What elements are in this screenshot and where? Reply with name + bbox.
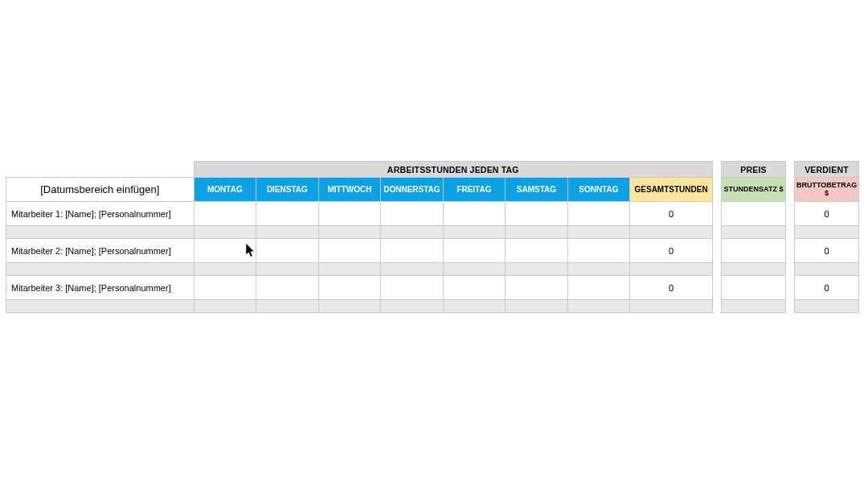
spacer-row — [795, 226, 859, 239]
hours-cell[interactable] — [194, 276, 256, 300]
gross-cell: 0 — [795, 202, 859, 226]
col-header-monday: MONTAG — [194, 178, 256, 202]
hours-cell[interactable] — [506, 202, 568, 226]
spacer-row — [795, 263, 859, 276]
hours-cell[interactable] — [443, 276, 506, 300]
gross-cell: 0 — [795, 276, 859, 300]
table-row: Mitarbeiter 3: [Name]; [Personalnummer] … — [6, 276, 713, 300]
employee-label[interactable]: Mitarbeiter 2: [Name]; [Personalnummer] — [6, 239, 194, 263]
earned-group-header: VERDIENT — [795, 162, 859, 178]
hours-cell[interactable] — [506, 239, 568, 263]
hours-table-block: ARBEITSSTUNDEN JEDEN TAG [Datumsbereich … — [6, 161, 713, 313]
hours-cell[interactable] — [318, 202, 381, 226]
rate-cell[interactable] — [722, 239, 786, 263]
gross-header: BRUTTOBETRAG $ — [795, 178, 859, 202]
price-table: PREIS STUNDENSATZ $ — [721, 161, 786, 313]
total-hours-cell: 0 — [630, 239, 713, 263]
rate-cell[interactable] — [722, 276, 786, 300]
employee-label[interactable]: Mitarbeiter 3: [Name]; [Personalnummer] — [6, 276, 194, 300]
hours-cell[interactable] — [194, 202, 256, 226]
col-header-saturday: SAMSTAG — [506, 178, 568, 202]
spacer-row — [722, 263, 786, 276]
employee-label[interactable]: Mitarbeiter 1: [Name]; [Personalnummer] — [6, 202, 194, 226]
earned-table-block: VERDIENT BRUTTOBETRAG $ 0 0 0 — [794, 161, 859, 313]
total-hours-cell: 0 — [630, 276, 713, 300]
hours-cell[interactable] — [194, 239, 256, 263]
spacer-row — [722, 300, 786, 313]
rate-cell[interactable] — [722, 202, 786, 226]
total-hours-cell: 0 — [630, 202, 713, 226]
hours-cell[interactable] — [567, 239, 630, 263]
hours-group-header: ARBEITSSTUNDEN JEDEN TAG — [194, 162, 712, 178]
rate-header: STUNDENSATZ $ — [722, 178, 786, 202]
spacer-row — [6, 300, 713, 313]
spacer-row — [722, 226, 786, 239]
date-range-cell[interactable]: [Datumsbereich einfügen] — [6, 178, 194, 202]
hours-cell[interactable] — [256, 276, 319, 300]
hours-cell[interactable] — [381, 276, 444, 300]
hours-cell[interactable] — [381, 239, 444, 263]
hours-table: ARBEITSSTUNDEN JEDEN TAG [Datumsbereich … — [6, 161, 713, 313]
earned-table: VERDIENT BRUTTOBETRAG $ 0 0 0 — [794, 161, 859, 313]
hours-cell[interactable] — [318, 239, 381, 263]
hours-cell[interactable] — [318, 276, 381, 300]
price-group-header: PREIS — [722, 162, 786, 178]
price-table-block: PREIS STUNDENSATZ $ — [721, 161, 786, 313]
spacer-row — [795, 300, 859, 313]
hours-cell[interactable] — [567, 276, 630, 300]
col-header-total: GESAMTSTUNDEN — [630, 178, 713, 202]
col-header-friday: FREITAG — [443, 178, 506, 202]
spacer-row — [6, 263, 713, 276]
hours-cell[interactable] — [443, 202, 506, 226]
hours-cell[interactable] — [506, 276, 568, 300]
hours-cell[interactable] — [256, 202, 319, 226]
gross-cell: 0 — [795, 239, 859, 263]
col-header-sunday: SONNTAG — [567, 178, 630, 202]
hours-cell[interactable] — [256, 239, 319, 263]
col-header-tuesday: DIENSTAG — [256, 178, 319, 202]
col-header-thursday: DONNERSTAG — [381, 178, 444, 202]
table-row: Mitarbeiter 2: [Name]; [Personalnummer] … — [6, 239, 713, 263]
hours-cell[interactable] — [381, 202, 444, 226]
hours-cell[interactable] — [443, 239, 506, 263]
spacer-row — [6, 226, 713, 239]
col-header-wednesday: MITTWOCH — [318, 178, 381, 202]
hours-cell[interactable] — [567, 202, 630, 226]
table-row: Mitarbeiter 1: [Name]; [Personalnummer] … — [6, 202, 713, 226]
